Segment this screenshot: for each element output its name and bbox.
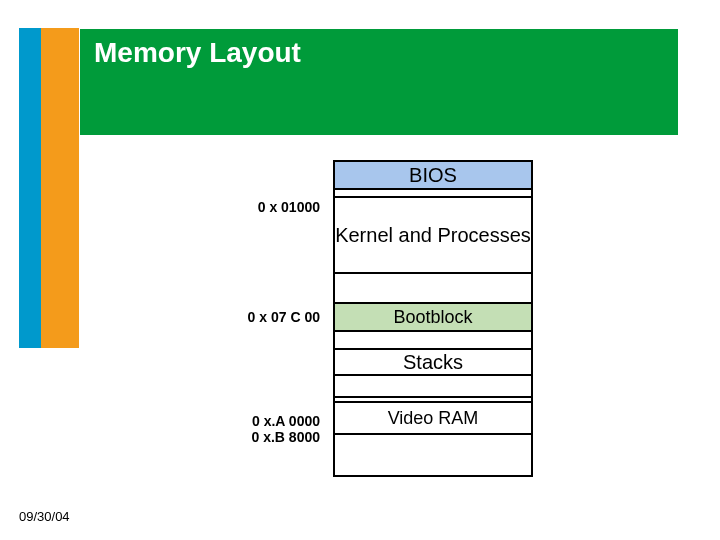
memory-column: BIOS Kernel and Processes Bootblock Stac… [333,160,533,477]
footer-date: 09/30/04 [19,509,70,524]
region-kernel: Kernel and Processes [333,196,533,274]
region-stacks: Stacks [333,348,533,376]
title-bar: Memory Layout [80,29,678,135]
accent-bar-blue [19,28,41,348]
region-bootblock: Bootblock [333,302,533,332]
region-bios: BIOS [333,160,533,190]
page-title: Memory Layout [94,37,664,69]
addr-01000: 0 x 01000 [258,199,320,215]
region-videoram: Video RAM [333,401,533,435]
addr-a0000: 0 x.A 0000 [252,413,320,429]
addr-b8000: 0 x.B 8000 [252,429,321,445]
accent-bar-orange [41,28,79,348]
addr-07c00: 0 x 07 C 00 [248,309,320,325]
